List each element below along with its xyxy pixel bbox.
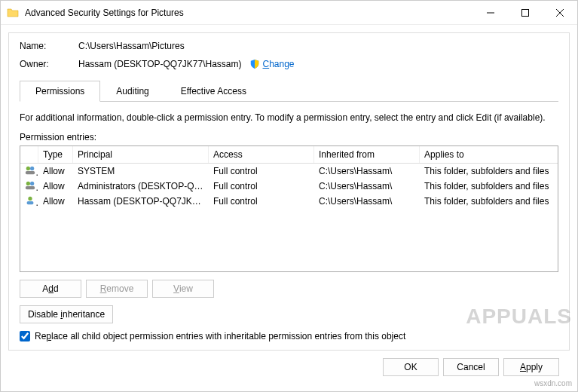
col-type-header[interactable]: Type (38, 146, 73, 163)
svg-rect-1 (522, 9, 529, 16)
titlebar: Advanced Security Settings for Pictures (1, 1, 577, 25)
remove-button[interactable]: Remove (86, 280, 148, 298)
cancel-button[interactable]: Cancel (443, 358, 499, 376)
cell-access: Full control (209, 179, 314, 193)
svg-point-10 (28, 196, 32, 200)
shield-icon (249, 59, 260, 69)
tab-strip: Permissions Auditing Effective Access (20, 80, 558, 102)
owner-label: Owner: (20, 59, 78, 69)
entry-buttons-row: Add Remove View (20, 280, 558, 298)
col-principal-header[interactable]: Principal (73, 146, 209, 163)
cell-principal: Administrators (DESKTOP-QQ... (73, 179, 209, 193)
tab-effective-access[interactable]: Effective Access (165, 81, 262, 102)
tab-auditing[interactable]: Auditing (100, 81, 164, 102)
minimize-button[interactable] (473, 1, 508, 24)
replace-child-checkbox[interactable] (20, 331, 30, 341)
maximize-button[interactable] (508, 1, 543, 24)
replace-child-label[interactable]: Replace all child object permission entr… (35, 331, 405, 341)
change-owner-link[interactable]: Change (263, 59, 295, 69)
cell-principal: Hassam (DESKTOP-QQ7JK77\... (73, 194, 209, 208)
content-area: Name: C:\Users\Hassam\Pictures Owner: Ha… (1, 25, 577, 391)
col-inherited-header[interactable]: Inherited from (314, 146, 420, 163)
svg-point-7 (26, 181, 30, 185)
cell-inherited: C:\Users\Hassam\ (314, 164, 420, 178)
dialog-footer: OK Cancel Apply (8, 351, 570, 384)
svg-point-8 (30, 181, 34, 185)
security-settings-window: Advanced Security Settings for Pictures … (0, 0, 578, 392)
close-button[interactable] (543, 1, 577, 24)
cell-access: Full control (209, 164, 314, 178)
table-row[interactable]: Allow Administrators (DESKTOP-QQ... Full… (20, 179, 558, 194)
permission-entries-table[interactable]: Type Principal Access Inherited from App… (20, 145, 558, 272)
table-header: Type Principal Access Inherited from App… (20, 146, 558, 164)
window-controls (473, 1, 577, 24)
add-button[interactable]: Add (20, 280, 81, 298)
table-row[interactable]: Allow SYSTEM Full control C:\Users\Hassa… (20, 164, 558, 179)
table-row[interactable]: Allow Hassam (DESKTOP-QQ7JK77\... Full c… (20, 194, 558, 209)
cell-principal: SYSTEM (73, 164, 209, 178)
col-access-header[interactable]: Access (209, 146, 314, 163)
svg-rect-11 (27, 201, 34, 204)
user-icon (25, 195, 35, 206)
svg-rect-6 (26, 170, 35, 173)
disable-inheritance-button[interactable]: Disable inheritance (20, 305, 113, 323)
table-body: Allow SYSTEM Full control C:\Users\Hassa… (20, 164, 558, 209)
cell-type: Allow (38, 164, 73, 178)
name-label: Name: (20, 41, 78, 51)
svg-point-4 (26, 166, 30, 170)
view-button[interactable]: View (152, 280, 214, 298)
cell-applies: This folder, subfolders and files (420, 194, 558, 208)
name-row: Name: C:\Users\Hassam\Pictures (20, 41, 558, 51)
cell-access: Full control (209, 194, 314, 208)
permission-entries-label: Permission entries: (20, 132, 558, 142)
svg-point-5 (30, 166, 34, 170)
col-icon-header[interactable] (20, 146, 38, 163)
cell-inherited: C:\Users\Hassam\ (314, 179, 420, 193)
svg-rect-9 (26, 185, 35, 188)
cell-type: Allow (38, 179, 73, 193)
user-group-icon (25, 180, 35, 191)
owner-value: Hassam (DESKTOP-QQ7JK77\Hassam) (78, 59, 242, 69)
property-sheet: Name: C:\Users\Hassam\Pictures Owner: Ha… (8, 32, 570, 351)
name-value: C:\Users\Hassam\Pictures (78, 41, 185, 51)
cell-applies: This folder, subfolders and files (420, 179, 558, 193)
inheritance-row: Disable inheritance (20, 305, 558, 323)
apply-button[interactable]: Apply (503, 358, 559, 376)
cell-applies: This folder, subfolders and files (420, 164, 558, 178)
description-text: For additional information, double-click… (20, 112, 558, 123)
replace-checkbox-row: Replace all child object permission entr… (20, 331, 558, 341)
col-applies-header[interactable]: Applies to (420, 146, 558, 163)
window-title: Advanced Security Settings for Pictures (25, 8, 473, 18)
ok-button[interactable]: OK (383, 358, 439, 376)
tab-permissions[interactable]: Permissions (20, 81, 100, 102)
owner-row: Owner: Hassam (DESKTOP-QQ7JK77\Hassam) C… (20, 59, 558, 69)
user-group-icon (25, 165, 35, 176)
cell-inherited: C:\Users\Hassam\ (314, 194, 420, 208)
folder-icon (7, 7, 19, 19)
cell-type: Allow (38, 194, 73, 208)
